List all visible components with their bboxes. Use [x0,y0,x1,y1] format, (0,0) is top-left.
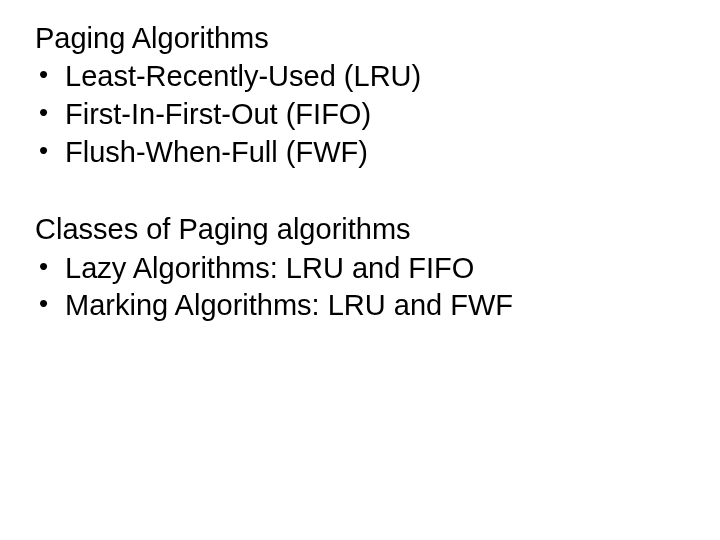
slide: Paging Algorithms Least-Recently-Used (L… [0,0,720,540]
list-item: Least-Recently-Used (LRU) [35,58,690,96]
section2-heading: Classes of Paging algorithms [35,211,690,247]
section1-heading: Paging Algorithms [35,20,690,56]
list-item: Lazy Algorithms: LRU and FIFO [35,250,690,288]
section2-list: Lazy Algorithms: LRU and FIFO Marking Al… [35,250,690,325]
list-item: Marking Algorithms: LRU and FWF [35,287,690,325]
list-item: Flush-When-Full (FWF) [35,134,690,172]
section1-list: Least-Recently-Used (LRU) First-In-First… [35,58,690,171]
list-item: First-In-First-Out (FIFO) [35,96,690,134]
